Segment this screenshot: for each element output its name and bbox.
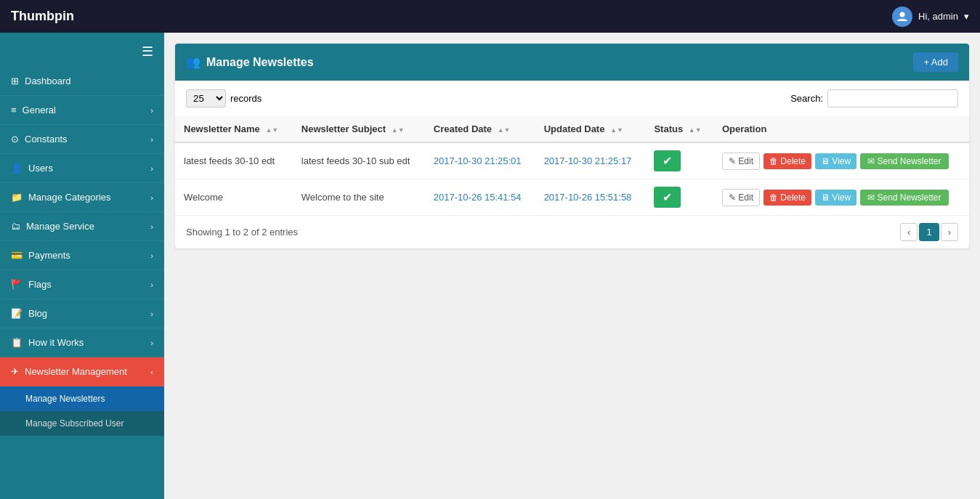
- categories-icon: 📁: [11, 192, 23, 203]
- general-icon: ≡: [11, 105, 17, 115]
- chevron-left-icon: ‹: [150, 368, 153, 376]
- chevron-right-icon: ›: [150, 193, 153, 202]
- sidebar-item-users[interactable]: 👤 Users ›: [0, 154, 164, 183]
- add-button[interactable]: + Add: [913, 52, 958, 72]
- updated-date-link[interactable]: 2017-10-30 21:25:17: [544, 155, 632, 166]
- main-content: 👥 Manage Newslettes + Add 25 10 50 100 r…: [164, 33, 980, 499]
- records-select-dropdown[interactable]: 25 10 50 100: [186, 89, 226, 107]
- sidebar-item-label: Payments: [28, 250, 70, 261]
- pagination: ‹ 1 ›: [900, 223, 958, 241]
- prev-page-button[interactable]: ‹: [900, 223, 918, 241]
- view-button[interactable]: 🖥 View: [815, 190, 857, 206]
- flags-icon: 🚩: [11, 279, 23, 290]
- hamburger-icon[interactable]: ☰: [142, 44, 153, 60]
- blog-icon: 📝: [11, 308, 23, 319]
- sidebar-item-label: Constants: [25, 134, 68, 145]
- sidebar-submenu-newsletter: Manage Newsletters Manage Subscribed Use…: [0, 386, 164, 436]
- page-1-button[interactable]: 1: [919, 223, 939, 241]
- sidebar-item-manage-subscribed-user[interactable]: Manage Subscribed User: [0, 411, 164, 436]
- search-input[interactable]: [827, 89, 958, 107]
- status-active-button[interactable]: ✔: [654, 150, 681, 171]
- sidebar-item-payments[interactable]: 💳 Payments ›: [0, 241, 164, 270]
- created-date-link[interactable]: 2017-10-26 15:41:54: [434, 192, 522, 203]
- chevron-right-icon: ›: [150, 251, 153, 260]
- sidebar-item-how-it-works[interactable]: 📋 How it Works ›: [0, 328, 164, 357]
- cell-subject: Welcome to the site: [293, 179, 425, 216]
- sidebar-item-blog[interactable]: 📝 Blog ›: [0, 299, 164, 328]
- sort-icon[interactable]: ▲▼: [392, 127, 405, 134]
- page-title: 👥 Manage Newslettes: [186, 55, 314, 69]
- cell-status: ✔: [645, 142, 713, 179]
- cell-updated: 2017-10-26 15:51:58: [535, 179, 646, 216]
- send-newsletter-button[interactable]: ✉ Send Newsletter: [860, 190, 948, 206]
- sidebar-item-dashboard[interactable]: ⊞ Dashboard: [0, 67, 164, 96]
- table-footer: Showing 1 to 2 of 2 entries ‹ 1 ›: [175, 216, 969, 248]
- table-header: Newsletter Name ▲▼ Newsletter Subject ▲▼…: [175, 116, 969, 142]
- payments-icon: 💳: [11, 250, 23, 261]
- showing-entries: Showing 1 to 2 of 2 entries: [186, 227, 298, 238]
- send-newsletter-button[interactable]: ✉ Send Newsletter: [860, 153, 948, 169]
- sidebar-item-label: Users: [28, 163, 53, 174]
- sidebar-toggle: ☰: [0, 36, 164, 67]
- newsletters-table: Newsletter Name ▲▼ Newsletter Subject ▲▼…: [175, 116, 969, 216]
- sidebar-item-manage-categories[interactable]: 📁 Manage Categories ›: [0, 183, 164, 212]
- chevron-right-icon: ›: [150, 164, 153, 173]
- col-name: Newsletter Name ▲▼: [175, 116, 293, 142]
- sidebar-subitem-label: Manage Subscribed User: [25, 418, 123, 429]
- cell-created: 2017-10-30 21:25:01: [425, 142, 535, 179]
- sidebar: ☰ ⊞ Dashboard ≡ General › ⊙ Constants › …: [0, 33, 164, 499]
- user-avatar: [892, 7, 912, 27]
- chevron-right-icon: ›: [150, 338, 153, 347]
- chevron-down-icon: ▾: [964, 11, 969, 22]
- cell-updated: 2017-10-30 21:25:17: [535, 142, 646, 179]
- sidebar-item-manage-service[interactable]: 🗂 Manage Service ›: [0, 212, 164, 241]
- records-label: records: [230, 93, 262, 104]
- cell-operation: ✎ Edit 🗑 Delete 🖥 View ✉ Send Newsletter: [713, 142, 969, 179]
- sidebar-item-label: Newsletter Management: [25, 366, 127, 377]
- edit-button[interactable]: ✎ Edit: [722, 153, 760, 170]
- constants-icon: ⊙: [11, 134, 19, 145]
- sidebar-item-manage-newsletters[interactable]: Manage Newsletters: [0, 386, 164, 411]
- edit-button[interactable]: ✎ Edit: [722, 189, 760, 206]
- sidebar-item-label: Blog: [28, 308, 47, 319]
- delete-button[interactable]: 🗑 Delete: [764, 190, 811, 206]
- chevron-right-icon: ›: [150, 222, 153, 231]
- top-navbar: Thumbpin Hi, admin ▾: [0, 0, 980, 33]
- dashboard-icon: ⊞: [11, 76, 19, 86]
- sidebar-item-flags[interactable]: 🚩 Flags ›: [0, 270, 164, 299]
- chevron-right-icon: ›: [150, 309, 153, 318]
- sort-icon[interactable]: ▲▼: [498, 127, 511, 134]
- sort-icon[interactable]: ▲▼: [689, 127, 702, 134]
- how-it-works-icon: 📋: [11, 337, 23, 348]
- cell-status: ✔: [645, 179, 713, 216]
- sidebar-item-label: Dashboard: [25, 76, 71, 86]
- view-button[interactable]: 🖥 View: [815, 153, 857, 169]
- search-box: Search:: [790, 89, 958, 107]
- main-layout: ☰ ⊞ Dashboard ≡ General › ⊙ Constants › …: [0, 33, 980, 499]
- sidebar-item-newsletter-management[interactable]: ✈ Newsletter Management ‹: [0, 357, 164, 386]
- newsletter-icon: ✈: [11, 366, 19, 377]
- sidebar-item-label: Manage Categories: [28, 192, 110, 203]
- cell-operation: ✎ Edit 🗑 Delete 🖥 View ✉ Send Newsletter: [713, 179, 969, 216]
- col-created: Created Date ▲▼: [425, 116, 535, 142]
- operation-buttons: ✎ Edit 🗑 Delete 🖥 View ✉ Send Newsletter: [722, 189, 960, 206]
- user-greeting: Hi, admin: [918, 11, 958, 22]
- sort-icon[interactable]: ▲▼: [610, 127, 623, 134]
- sidebar-item-label: How it Works: [28, 337, 84, 348]
- users-icon: 👤: [11, 163, 23, 174]
- table-controls: 25 10 50 100 records Search:: [175, 81, 969, 116]
- sidebar-item-constants[interactable]: ⊙ Constants ›: [0, 125, 164, 154]
- sidebar-item-general[interactable]: ≡ General ›: [0, 96, 164, 125]
- sort-icon[interactable]: ▲▼: [265, 127, 278, 134]
- cell-created: 2017-10-26 15:41:54: [425, 179, 535, 216]
- updated-date-link[interactable]: 2017-10-26 15:51:58: [544, 192, 632, 203]
- delete-button[interactable]: 🗑 Delete: [764, 153, 811, 169]
- next-page-button[interactable]: ›: [941, 223, 958, 241]
- table-row: Welcome Welcome to the site 2017-10-26 1…: [175, 179, 969, 216]
- created-date-link[interactable]: 2017-10-30 21:25:01: [434, 155, 522, 166]
- col-status: Status ▲▼: [645, 116, 713, 142]
- user-menu[interactable]: Hi, admin ▾: [892, 7, 969, 27]
- cell-name: latest feeds 30-10 edt: [175, 142, 293, 179]
- status-active-button[interactable]: ✔: [654, 187, 681, 208]
- svg-point-0: [900, 12, 905, 17]
